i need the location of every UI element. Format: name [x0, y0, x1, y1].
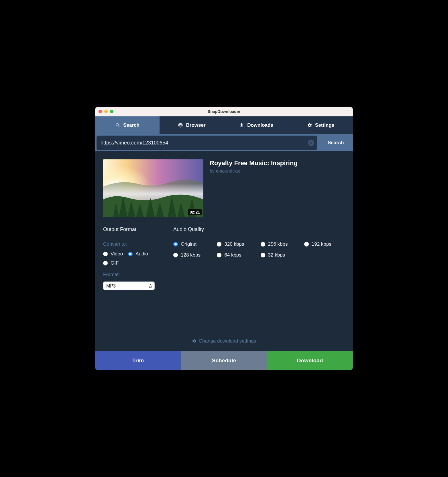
radio-icon: [173, 242, 178, 247]
convert-option-video[interactable]: Video: [103, 251, 123, 257]
quality-label: 192 kbps: [312, 241, 331, 247]
radio-icon: [103, 261, 108, 265]
tab-downloads[interactable]: Downloads: [224, 116, 288, 134]
gear-icon: [192, 339, 197, 343]
gear-icon: [307, 123, 312, 128]
quality-label: 320 kbps: [224, 241, 244, 247]
search-button[interactable]: Search: [319, 134, 353, 151]
tab-settings-label: Settings: [315, 122, 334, 128]
close-icon: [309, 141, 313, 144]
search-icon: [115, 123, 120, 128]
radio-icon: [173, 253, 178, 257]
convert-gif-label: GIF: [111, 260, 119, 266]
video-title: Royalty Free Music: Inspiring: [210, 159, 298, 167]
radio-icon: [217, 253, 221, 257]
download-button[interactable]: Download: [267, 351, 353, 370]
radio-icon: [103, 252, 108, 256]
change-settings-label: Change download settings: [199, 338, 256, 344]
audio-quality-title: Audio Quality: [173, 226, 345, 236]
quality-option-128[interactable]: 128 kbps: [173, 252, 214, 258]
app-window: SnapDownloader Search Browser Downloads …: [95, 107, 353, 370]
quality-option-320[interactable]: 320 kbps: [217, 241, 258, 247]
quality-option-256[interactable]: 256 kbps: [261, 241, 301, 247]
quality-option-192[interactable]: 192 kbps: [304, 241, 345, 247]
change-settings-row: Change download settings: [103, 330, 345, 351]
radio-icon: [128, 252, 133, 256]
fullscreen-window-button[interactable]: [110, 110, 113, 113]
convert-audio-label: Audio: [135, 251, 148, 257]
quality-option-original[interactable]: Original: [173, 241, 214, 247]
trim-label: Trim: [132, 357, 144, 364]
options-row: Output Format Convert to: Video Audio GI…: [103, 226, 345, 290]
video-meta: Royalty Free Music: Inspiring by e-sound…: [210, 159, 298, 217]
quality-label: 64 kbps: [224, 252, 241, 258]
video-author: by e-soundtrax: [210, 169, 298, 174]
quality-option-64[interactable]: 64 kbps: [217, 252, 258, 258]
output-format-title: Output Format: [103, 226, 162, 236]
search-bar: Search: [95, 134, 353, 151]
radio-icon: [261, 253, 265, 257]
tab-browser-label: Browser: [186, 122, 205, 128]
convert-option-gif[interactable]: GIF: [103, 260, 119, 266]
output-format-section: Output Format Convert to: Video Audio GI…: [103, 226, 162, 290]
content-area: 02:21 Royalty Free Music: Inspiring by e…: [95, 151, 353, 351]
audio-quality-section: Audio Quality Original 320 kbps 256 kbps: [173, 226, 345, 290]
trim-button[interactable]: Trim: [95, 351, 181, 370]
radio-icon: [217, 242, 221, 247]
tab-search[interactable]: Search: [95, 116, 160, 134]
quality-label: 32 kbps: [268, 252, 285, 258]
format-label: Format:: [103, 272, 162, 277]
tab-browser[interactable]: Browser: [160, 116, 224, 134]
window-title: SnapDownloader: [95, 109, 353, 114]
tab-settings[interactable]: Settings: [288, 116, 353, 134]
quality-option-32[interactable]: 32 kbps: [261, 252, 301, 258]
convert-option-audio[interactable]: Audio: [128, 251, 148, 257]
video-thumbnail[interactable]: 02:21: [103, 159, 203, 217]
schedule-button[interactable]: Schedule: [181, 351, 267, 370]
quality-label: 256 kbps: [268, 241, 288, 247]
tab-search-label: Search: [123, 122, 139, 128]
quality-label: Original: [181, 241, 198, 247]
media-row: 02:21 Royalty Free Music: Inspiring by e…: [103, 159, 345, 217]
minimize-window-button[interactable]: [104, 110, 108, 113]
url-input-wrap: [97, 136, 317, 150]
url-input[interactable]: [101, 140, 308, 146]
radio-icon: [261, 242, 265, 247]
radio-icon: [304, 242, 309, 247]
close-window-button[interactable]: [99, 110, 102, 113]
download-icon: [239, 123, 244, 128]
format-select[interactable]: MP3: [103, 281, 155, 290]
globe-icon: [178, 123, 183, 128]
clear-input-button[interactable]: [308, 140, 314, 146]
download-label: Download: [297, 357, 323, 364]
change-download-settings-link[interactable]: Change download settings: [192, 338, 256, 344]
convert-to-label: Convert to:: [103, 241, 162, 247]
convert-options: Video Audio GIF: [103, 251, 162, 266]
video-duration: 02:21: [188, 209, 202, 215]
main-tabs: Search Browser Downloads Settings: [95, 116, 353, 134]
schedule-label: Schedule: [212, 357, 236, 364]
titlebar: SnapDownloader: [95, 107, 353, 116]
quality-options: Original 320 kbps 256 kbps 192 kbps: [173, 241, 345, 258]
tab-downloads-label: Downloads: [247, 122, 273, 128]
window-controls: [99, 110, 113, 113]
search-button-label: Search: [328, 140, 344, 146]
quality-label: 128 kbps: [181, 252, 201, 258]
footer-actions: Trim Schedule Download: [95, 351, 353, 370]
thumbnail-image: [103, 159, 203, 217]
convert-video-label: Video: [111, 251, 123, 257]
